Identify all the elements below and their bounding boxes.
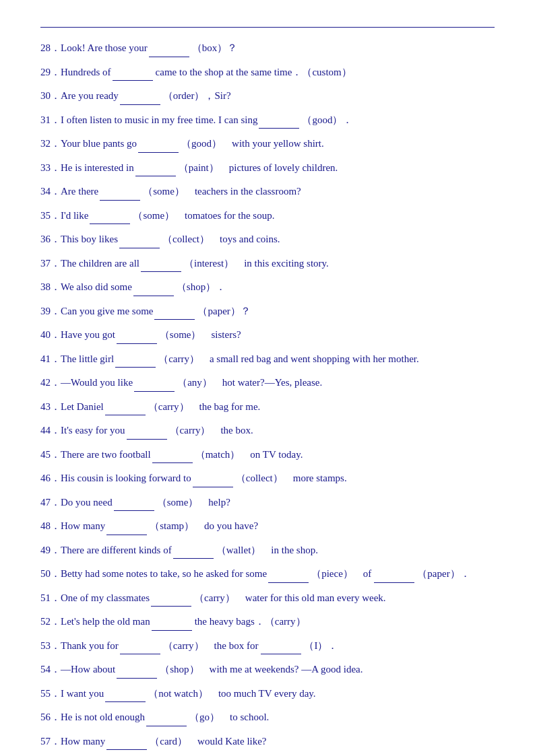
fill-blank [151,606,191,607]
item-hint: （not watch） too much TV every day. [148,688,315,699]
item-hint: （paper）？ [197,306,250,316]
item-hint: （some） sisters? [160,329,241,340]
item-hint: （interest） in this exciting story. [184,258,329,269]
fill-blank [173,558,214,559]
fill-blank [193,487,233,487]
item-text: His cousin is looking forward to [61,473,191,483]
item-hint: （card） would Kate like? [150,736,266,747]
item-hint: （some） help? [157,497,230,508]
item-hint: （shop） with me at weekends? —A good idea… [160,664,363,675]
item-hint: （carry） the bag for me. [148,401,261,412]
exercise-item: 43．Let Daniel（carry） the bag for me. [40,399,495,416]
fill-blank [120,104,160,105]
item-number: 30． [40,90,61,101]
exercise-item: 38．We also did some（shop）． [40,279,495,296]
fill-blank-2 [374,582,414,583]
fill-blank [115,367,156,368]
fill-blank [105,701,146,702]
item-number: 31． [40,114,61,125]
item-text: It's easy for you [61,425,125,436]
exercise-item: 37．The children are all（interest） in thi… [40,255,495,273]
item-hint: （match） on TV today. [195,449,303,460]
item-text: —Would you like [61,377,133,388]
item-text: I want you [61,688,104,699]
item-hint: （collect） toys and coins. [162,234,280,244]
exercise-item: 42．—Would you like（any） hot water?—Yes, … [40,374,495,392]
exercise-item: 29．Hundreds ofcame to the shop at the sa… [40,64,495,81]
fill-blank [152,630,192,631]
item-number: 51． [40,592,61,603]
exercise-item: 55．I want you（not watch） too much TV eve… [40,685,495,703]
fill-blank [127,439,167,440]
exercise-item: 28．Look! Are those your（box）？ [40,40,495,57]
fill-blank [105,415,146,415]
exercise-item: 49．There are different kinds of（wallet） … [40,542,495,559]
exercise-item: 57．How many（card） would Kate like? [40,733,495,751]
item-text: There are different kinds of [61,545,172,555]
item-number: 29． [40,67,61,77]
fill-blank [268,582,309,583]
exercise-item: 33．He is interested in（paint） pictures o… [40,160,495,177]
exercise-item: 51．One of my classmates（carry） water for… [40,590,495,607]
fill-blank [146,726,187,726]
item-hint: （stamp） do you have? [150,520,258,531]
item-text: This boy likes [61,234,118,244]
item-hint: （any） hot water?—Yes, please. [177,377,322,388]
item-number: 53． [40,640,61,651]
item-text: We also did some [61,281,132,292]
item-hint: （good）． [302,114,352,125]
item-text: The little girl [61,353,114,364]
exercise-item: 53．Thank you for（carry） the box for（I）． [40,638,495,655]
item-text: Let Daniel [61,401,104,412]
item-hint: （some） tomatoes for the soup. [133,210,274,221]
item-number: 40． [40,329,61,340]
item-hint: （shop）． [177,281,226,292]
item-hint: （collect） more stamps. [236,473,347,483]
item-text: One of my classmates [61,592,150,603]
fill-blank [106,749,147,750]
item-text: There are two football [61,449,151,460]
exercise-item: 40．Have you got（some） sisters? [40,327,495,344]
item-hint: （piece） of [311,568,371,579]
item-number: 57． [40,736,61,747]
item-number: 37． [40,258,61,269]
item-text: —How about [61,664,115,675]
fill-blank [117,678,157,679]
item-number: 55． [40,688,61,699]
item-text: Do you need [61,497,113,508]
exercise-item: 52．Let's help the old manthe heavy bags．… [40,613,495,631]
exercise-item: 36．This boy likes（collect） toys and coin… [40,231,495,248]
item-hint: the heavy bags．（carry） [195,616,306,627]
item-text: Have you got [61,329,115,340]
item-number: 41． [40,353,61,364]
exercise-item: 31．I often listen to music in my free ti… [40,112,495,129]
exercise-item: 48．How many（stamp） do you have? [40,518,495,535]
fill-blank [114,510,154,511]
item-number: 45． [40,449,61,460]
item-number: 35． [40,210,61,221]
item-number: 43． [40,401,61,412]
item-number: 52． [40,616,61,627]
fill-blank [90,224,130,224]
item-number: 28． [40,42,61,53]
item-hint: came to the shop at the same time．（custo… [156,67,352,77]
item-text: Hundreds of [61,67,111,77]
item-number: 32． [40,138,61,149]
fill-blank [120,654,160,654]
item-text: Are there [61,186,98,197]
item-text: Betty had some notes to take, so he aske… [61,568,267,579]
item-number: 46． [40,473,61,483]
item-number: 47． [40,497,61,508]
fill-blank [133,296,174,296]
exercise-item: 50．Betty had some notes to take, so he a… [40,565,495,583]
exercise-list: 28．Look! Are those your（box）？29．Hundreds… [40,40,495,756]
item-hint: （box）？ [192,42,238,53]
fill-blank [134,391,175,392]
item-number: 39． [40,306,61,316]
fill-blank [117,343,157,344]
item-text: Are you ready [61,90,119,101]
item-text: He is not old enough [61,712,145,722]
fill-blank [154,319,195,320]
exercise-item: 45．There are two football（match） on TV t… [40,446,495,464]
item-hint: （order），Sir? [163,90,231,101]
